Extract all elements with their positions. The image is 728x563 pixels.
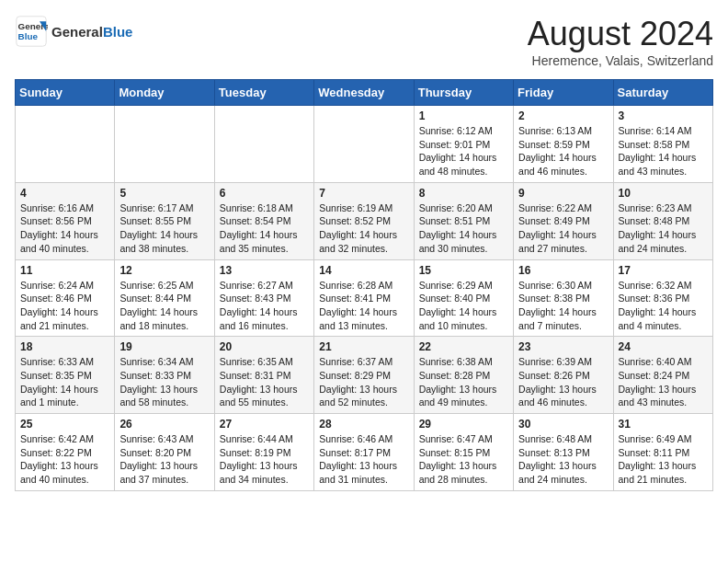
calendar-cell: 22Sunrise: 6:38 AMSunset: 8:28 PMDayligh…	[414, 337, 513, 414]
calendar-week-row: 18Sunrise: 6:33 AMSunset: 8:35 PMDayligh…	[16, 337, 713, 414]
day-info: Sunrise: 6:33 AMSunset: 8:35 PMDaylight:…	[20, 355, 109, 409]
calendar-cell: 18Sunrise: 6:33 AMSunset: 8:35 PMDayligh…	[16, 337, 115, 414]
day-number: 24	[619, 340, 708, 353]
day-number: 25	[20, 418, 109, 431]
day-number: 6	[220, 187, 309, 200]
calendar-cell	[115, 106, 214, 183]
day-info: Sunrise: 6:48 AMSunset: 8:13 PMDaylight:…	[518, 432, 608, 487]
calendar-week-row: 1Sunrise: 6:12 AMSunset: 9:01 PMDaylight…	[16, 106, 713, 183]
calendar-week-row: 4Sunrise: 6:16 AMSunset: 8:56 PMDaylight…	[16, 182, 713, 259]
calendar-cell: 23Sunrise: 6:39 AMSunset: 8:26 PMDayligh…	[514, 337, 613, 414]
day-info: Sunrise: 6:43 AMSunset: 8:20 PMDaylight:…	[119, 432, 209, 487]
day-number: 3	[619, 109, 708, 122]
calendar-cell: 14Sunrise: 6:28 AMSunset: 8:41 PMDayligh…	[314, 259, 414, 337]
title-area: August 2024 Heremence, Valais, Switzerla…	[528, 15, 713, 68]
day-number: 12	[119, 264, 209, 277]
day-number: 10	[619, 187, 708, 200]
day-number: 1	[419, 109, 508, 122]
day-info: Sunrise: 6:19 AMSunset: 8:52 PMDaylight:…	[319, 201, 408, 256]
day-info: Sunrise: 6:40 AMSunset: 8:24 PMDaylight:…	[619, 355, 708, 409]
calendar-cell: 5Sunrise: 6:17 AMSunset: 8:55 PMDaylight…	[115, 182, 214, 259]
calendar-cell: 17Sunrise: 6:32 AMSunset: 8:36 PMDayligh…	[613, 259, 712, 337]
calendar-cell: 4Sunrise: 6:16 AMSunset: 8:56 PMDaylight…	[16, 182, 115, 259]
calendar-cell: 11Sunrise: 6:24 AMSunset: 8:46 PMDayligh…	[16, 259, 115, 337]
day-info: Sunrise: 6:18 AMSunset: 8:54 PMDaylight:…	[220, 201, 309, 256]
calendar-cell: 20Sunrise: 6:35 AMSunset: 8:31 PMDayligh…	[214, 337, 313, 414]
day-number: 14	[319, 264, 408, 277]
logo-text: GeneralBlue	[51, 24, 132, 40]
calendar-cell: 12Sunrise: 6:25 AMSunset: 8:44 PMDayligh…	[115, 259, 214, 337]
day-info: Sunrise: 6:28 AMSunset: 8:41 PMDaylight:…	[319, 279, 408, 333]
day-number: 9	[518, 187, 608, 200]
day-number: 13	[220, 264, 309, 277]
day-number: 2	[518, 109, 608, 122]
calendar-cell: 26Sunrise: 6:43 AMSunset: 8:20 PMDayligh…	[115, 414, 214, 491]
calendar-cell: 2Sunrise: 6:13 AMSunset: 8:59 PMDaylight…	[514, 106, 613, 183]
day-number: 28	[319, 418, 408, 431]
day-number: 21	[319, 340, 408, 353]
day-number: 19	[119, 340, 209, 353]
day-number: 23	[518, 340, 608, 353]
day-number: 22	[419, 340, 508, 353]
day-number: 31	[619, 418, 708, 431]
day-info: Sunrise: 6:17 AMSunset: 8:55 PMDaylight:…	[119, 201, 209, 256]
day-info: Sunrise: 6:12 AMSunset: 9:01 PMDaylight:…	[419, 124, 508, 178]
calendar-cell: 31Sunrise: 6:49 AMSunset: 8:11 PMDayligh…	[613, 414, 712, 491]
day-number: 20	[220, 340, 309, 353]
day-info: Sunrise: 6:22 AMSunset: 8:49 PMDaylight:…	[518, 201, 608, 256]
day-info: Sunrise: 6:24 AMSunset: 8:46 PMDaylight:…	[20, 279, 109, 333]
day-number: 7	[319, 187, 408, 200]
day-info: Sunrise: 6:49 AMSunset: 8:11 PMDaylight:…	[619, 432, 708, 487]
svg-text:Blue: Blue	[18, 31, 39, 41]
calendar-cell	[314, 106, 414, 183]
day-info: Sunrise: 6:16 AMSunset: 8:56 PMDaylight:…	[20, 201, 109, 256]
calendar: SundayMondayTuesdayWednesdayThursdayFrid…	[15, 79, 713, 491]
calendar-cell: 27Sunrise: 6:44 AMSunset: 8:19 PMDayligh…	[214, 414, 313, 491]
logo: General Blue GeneralBlue	[15, 15, 132, 48]
day-number: 5	[119, 187, 209, 200]
day-of-week-header: Saturday	[613, 80, 712, 106]
day-info: Sunrise: 6:23 AMSunset: 8:48 PMDaylight:…	[619, 201, 708, 256]
day-info: Sunrise: 6:35 AMSunset: 8:31 PMDaylight:…	[220, 355, 309, 409]
calendar-cell: 16Sunrise: 6:30 AMSunset: 8:38 PMDayligh…	[514, 259, 613, 337]
day-number: 30	[518, 418, 608, 431]
calendar-cell: 10Sunrise: 6:23 AMSunset: 8:48 PMDayligh…	[613, 182, 712, 259]
day-info: Sunrise: 6:47 AMSunset: 8:15 PMDaylight:…	[419, 432, 508, 487]
day-info: Sunrise: 6:30 AMSunset: 8:38 PMDaylight:…	[518, 279, 608, 333]
day-number: 27	[220, 418, 309, 431]
calendar-cell: 6Sunrise: 6:18 AMSunset: 8:54 PMDaylight…	[214, 182, 313, 259]
day-number: 8	[419, 187, 508, 200]
calendar-header-row: SundayMondayTuesdayWednesdayThursdayFrid…	[16, 80, 713, 106]
day-of-week-header: Sunday	[16, 80, 115, 106]
day-number: 18	[20, 340, 109, 353]
calendar-cell: 15Sunrise: 6:29 AMSunset: 8:40 PMDayligh…	[414, 259, 513, 337]
day-of-week-header: Wednesday	[314, 80, 414, 106]
day-info: Sunrise: 6:20 AMSunset: 8:51 PMDaylight:…	[419, 201, 508, 256]
day-info: Sunrise: 6:32 AMSunset: 8:36 PMDaylight:…	[619, 279, 708, 333]
logo-icon: General Blue	[15, 15, 48, 48]
day-number: 17	[619, 264, 708, 277]
day-info: Sunrise: 6:42 AMSunset: 8:22 PMDaylight:…	[20, 432, 109, 487]
calendar-cell: 13Sunrise: 6:27 AMSunset: 8:43 PMDayligh…	[214, 259, 313, 337]
calendar-cell: 1Sunrise: 6:12 AMSunset: 9:01 PMDaylight…	[414, 106, 513, 183]
calendar-cell: 29Sunrise: 6:47 AMSunset: 8:15 PMDayligh…	[414, 414, 513, 491]
calendar-cell: 24Sunrise: 6:40 AMSunset: 8:24 PMDayligh…	[613, 337, 712, 414]
calendar-cell: 25Sunrise: 6:42 AMSunset: 8:22 PMDayligh…	[16, 414, 115, 491]
day-info: Sunrise: 6:13 AMSunset: 8:59 PMDaylight:…	[518, 124, 608, 178]
day-info: Sunrise: 6:29 AMSunset: 8:40 PMDaylight:…	[419, 279, 508, 333]
day-of-week-header: Thursday	[414, 80, 513, 106]
calendar-cell	[16, 106, 115, 183]
calendar-cell: 7Sunrise: 6:19 AMSunset: 8:52 PMDaylight…	[314, 182, 414, 259]
day-info: Sunrise: 6:39 AMSunset: 8:26 PMDaylight:…	[518, 355, 608, 409]
calendar-cell: 30Sunrise: 6:48 AMSunset: 8:13 PMDayligh…	[514, 414, 613, 491]
day-of-week-header: Monday	[115, 80, 214, 106]
day-number: 15	[419, 264, 508, 277]
day-number: 11	[20, 264, 109, 277]
logo-blue: Blue	[103, 24, 133, 40]
calendar-week-row: 25Sunrise: 6:42 AMSunset: 8:22 PMDayligh…	[16, 414, 713, 491]
calendar-cell	[214, 106, 313, 183]
calendar-cell: 9Sunrise: 6:22 AMSunset: 8:49 PMDaylight…	[514, 182, 613, 259]
page-header: General Blue GeneralBlue August 2024 Her…	[15, 15, 713, 68]
day-number: 26	[119, 418, 209, 431]
day-info: Sunrise: 6:27 AMSunset: 8:43 PMDaylight:…	[220, 279, 309, 333]
